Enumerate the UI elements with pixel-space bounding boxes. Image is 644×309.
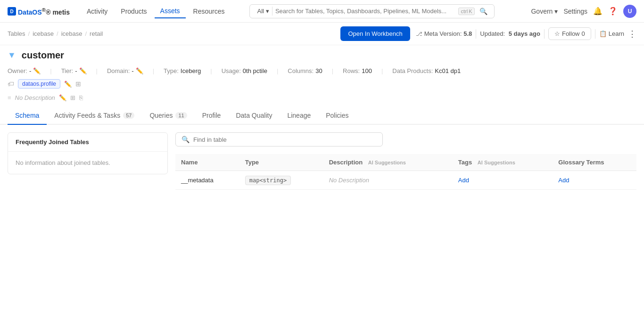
more-options-button[interactable]: ⋮ — [628, 29, 636, 39]
columns-value: 30 — [315, 67, 322, 74]
govern-button[interactable]: Govern ▾ — [531, 8, 558, 15]
logo-text: DataOS®® metis — [18, 7, 70, 16]
find-in-table-container: 🔍 — [175, 132, 383, 146]
logo-icon: D — [8, 7, 16, 16]
learn-button[interactable]: 📋 Learn — [599, 30, 624, 37]
meta-version-icon: ⎇ — [416, 31, 422, 37]
col-header-description: Description AI Suggestions — [323, 154, 453, 171]
settings-button[interactable]: Settings — [563, 8, 587, 15]
tier-value: - — [75, 67, 77, 74]
table-area: 🔍 Name Type Description AI Suggestions T… — [175, 132, 636, 190]
main-content: Frequently Joined Tables No information … — [0, 125, 644, 197]
col-header-glossary: Glossary Terms — [553, 154, 636, 171]
col-header-type: Type — [239, 154, 323, 171]
meta-version-value: 5.8 — [463, 30, 472, 37]
domain-label: Domain: — [107, 67, 130, 74]
logo: D DataOS®® metis — [8, 7, 70, 16]
tag-add-icon[interactable]: ⊞ — [75, 80, 81, 88]
usage-label: Usage: — [222, 67, 241, 74]
find-in-table-input[interactable] — [193, 136, 377, 143]
table-row: __metadata map<string> No Description Ad… — [175, 171, 636, 190]
help-icon[interactable]: ❓ — [608, 7, 618, 16]
schema-table: Name Type Description AI Suggestions Tag… — [175, 154, 636, 190]
tab-data-quality[interactable]: Data Quality — [228, 107, 280, 125]
joined-tables-body: No information about joined tables. — [8, 152, 167, 174]
tab-schema[interactable]: Schema — [8, 107, 47, 125]
owner-edit-icon[interactable]: ✏️ — [33, 67, 41, 74]
col-header-tags: Tags AI Suggestions — [453, 154, 553, 171]
tab-profile[interactable]: Profile — [195, 107, 229, 125]
nav-items: Activity Products Assets Resources — [81, 4, 231, 18]
tab-activity-feeds-badge: 57 — [123, 112, 134, 119]
rows-label: Rows: — [343, 67, 360, 74]
tab-policies[interactable]: Policies — [318, 107, 356, 125]
search-input[interactable] — [275, 8, 456, 15]
description-edit-icon[interactable]: ✏️ — [59, 94, 66, 101]
tag-edit-icon[interactable]: ✏️ — [64, 81, 72, 88]
nav-item-activity[interactable]: Activity — [81, 5, 113, 18]
row-glossary: Add — [553, 171, 636, 190]
owner-label: Owner: — [8, 67, 27, 74]
tag-icon: 🏷 — [8, 80, 14, 88]
meta-info: ⎇ Meta Version: 5.8 Updated: 5 days ago … — [416, 27, 636, 40]
tab-queries[interactable]: Queries 11 — [142, 107, 194, 125]
nav-right: Govern ▾ Settings 🔔 ❓ U — [531, 5, 636, 18]
follow-button[interactable]: ☆ Follow 0 — [548, 27, 591, 40]
meta-version-label: Meta Version: — [424, 30, 462, 37]
rows-value: 100 — [362, 67, 372, 74]
row-tags: Add — [453, 171, 553, 190]
row-description: No Description — [323, 171, 453, 190]
data-products-value: Kc01 dp1 — [435, 67, 461, 74]
svg-text:D: D — [10, 9, 13, 14]
nav-item-assets[interactable]: Assets — [155, 4, 186, 18]
row-type: map<string> — [239, 171, 323, 190]
description-row: ≡ No Description ✏️ ⊞ ⎘ — [0, 90, 644, 105]
meta-row: Owner: - ✏️ | Tier: - ✏️ | Domain: - ✏️ … — [0, 65, 644, 77]
updated-value: 5 days ago — [509, 30, 540, 37]
search-button[interactable]: 🔍 — [478, 7, 489, 16]
description-icon: ≡ — [8, 94, 11, 101]
breadcrumb-retail: retail — [90, 30, 103, 37]
usage-value: 0th pctile — [243, 67, 267, 74]
description-ai-icon[interactable]: ⊞ — [70, 94, 75, 101]
tags-row: 🏷 dataos.profile ✏️ ⊞ — [0, 77, 644, 90]
search-bar: All ▾ ctrl K 🔍 — [249, 4, 495, 18]
description-text: No Description — [15, 94, 55, 101]
data-products-label: Data Products: — [392, 67, 433, 74]
tabs-row: Schema Activity Feeds & Tasks 57 Queries… — [0, 107, 644, 125]
tab-lineage[interactable]: Lineage — [280, 107, 318, 125]
tag-badge[interactable]: dataos.profile — [18, 79, 60, 89]
joined-tables-header: Frequently Joined Tables — [8, 133, 167, 152]
domain-value: - — [132, 67, 133, 74]
joined-tables-panel: Frequently Joined Tables No information … — [8, 132, 168, 174]
page-header: ▼ customer — [0, 45, 644, 65]
updated-label: Updated: — [480, 30, 505, 37]
page-title: customer — [22, 50, 64, 61]
type-value: Iceberg — [181, 67, 201, 74]
tier-edit-icon[interactable]: ✏️ — [79, 67, 87, 74]
nav-item-resources[interactable]: Resources — [188, 5, 231, 18]
tab-queries-badge: 11 — [175, 112, 187, 119]
owner-value: - — [29, 67, 31, 74]
search-shortcut: ctrl K — [458, 8, 474, 15]
table-header-row: Name Type Description AI Suggestions Tag… — [175, 154, 636, 171]
breadcrumb-icebase1[interactable]: icebase — [33, 30, 54, 37]
notifications-icon[interactable]: 🔔 — [593, 7, 603, 16]
find-table-search-icon: 🔍 — [182, 136, 190, 143]
breadcrumb-tables[interactable]: Tables — [8, 30, 25, 37]
open-workbench-button[interactable]: Open In Workbench — [340, 26, 410, 41]
tags-add-link[interactable]: Add — [458, 177, 469, 184]
nav-item-products[interactable]: Products — [115, 5, 152, 18]
col-header-name: Name — [175, 154, 239, 171]
glossary-add-link[interactable]: Add — [558, 177, 569, 184]
table-type-icon: ▼ — [8, 50, 16, 60]
domain-edit-icon[interactable]: ✏️ — [136, 67, 143, 74]
avatar[interactable]: U — [623, 5, 636, 18]
description-copy-icon[interactable]: ⎘ — [79, 94, 83, 101]
tab-activity-feeds[interactable]: Activity Feeds & Tasks 57 — [47, 107, 142, 125]
search-filter-dropdown[interactable]: All ▾ — [255, 7, 272, 16]
breadcrumb-icebase2[interactable]: icebase — [61, 30, 83, 37]
top-nav: D DataOS®® metis Activity Products Asset… — [0, 0, 644, 23]
tier-label: Tier: — [61, 67, 74, 74]
columns-label: Columns: — [288, 67, 314, 74]
